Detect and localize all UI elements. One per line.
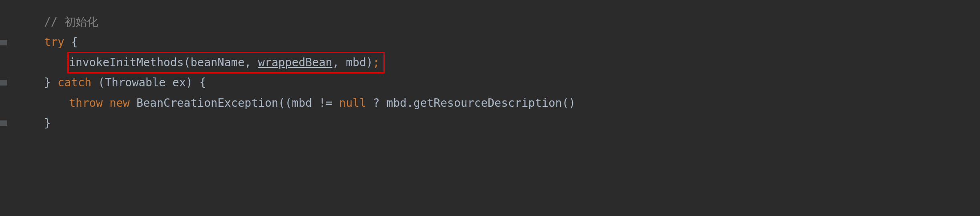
arg-beanname: beanName bbox=[190, 56, 244, 69]
keyword-throw: throw bbox=[69, 96, 103, 110]
code-line-comment: // 初始化 bbox=[44, 12, 980, 32]
method-getresource: getResourceDescription bbox=[413, 96, 562, 110]
paren-close-brace: ) { bbox=[186, 76, 206, 89]
paren-close2: () bbox=[562, 96, 576, 110]
brace-close-final: } bbox=[44, 116, 51, 130]
gutter-mark-icon bbox=[0, 40, 7, 45]
brace-open: { bbox=[65, 35, 78, 49]
arg-mbd: mbd bbox=[346, 56, 366, 69]
space bbox=[103, 96, 109, 110]
comment-text: // 初始化 bbox=[44, 15, 98, 29]
code-line-throw: throw new BeanCreationException((mbd != … bbox=[44, 93, 980, 113]
code-line-catch: } catch (Throwable ex) { bbox=[44, 73, 980, 93]
class-beancreation: BeanCreationException bbox=[137, 96, 278, 110]
keyword-null: null bbox=[339, 96, 366, 110]
arg-wrappedbean: wrappedBean bbox=[258, 56, 332, 69]
paren-open: ( bbox=[91, 76, 105, 89]
op-neq: != bbox=[319, 96, 339, 110]
type-throwable: Throwable bbox=[105, 76, 173, 89]
var-mbd: mbd bbox=[292, 96, 319, 110]
code-line-endbrace: } bbox=[44, 113, 980, 133]
space bbox=[130, 96, 137, 110]
keyword-try: try bbox=[44, 35, 65, 49]
paren-open: ( bbox=[184, 56, 191, 69]
dot: . bbox=[407, 96, 413, 110]
gutter-mark-icon bbox=[0, 80, 7, 86]
code-line-invoke: invokeInitMethods(beanName, wrappedBean,… bbox=[44, 53, 980, 73]
paren-close: ) bbox=[366, 56, 373, 69]
gutter-mark-icon bbox=[0, 120, 7, 126]
var-ex: ex bbox=[172, 76, 186, 89]
semicolon: ; bbox=[373, 56, 380, 69]
comma2: , bbox=[332, 56, 346, 69]
comma1: , bbox=[244, 56, 258, 69]
method-invoke: invokeInitMethods bbox=[69, 56, 184, 69]
keyword-catch: catch bbox=[58, 76, 91, 89]
code-editor: // 初始化 try { invokeInitMethods(beanName,… bbox=[44, 12, 980, 133]
brace-close: } bbox=[44, 76, 58, 89]
code-line-try: try { bbox=[44, 32, 980, 52]
keyword-new: new bbox=[109, 96, 130, 110]
paren-open2: (( bbox=[278, 96, 292, 110]
var-mbd2: mbd bbox=[386, 96, 407, 110]
op-tern: ? bbox=[366, 96, 387, 110]
